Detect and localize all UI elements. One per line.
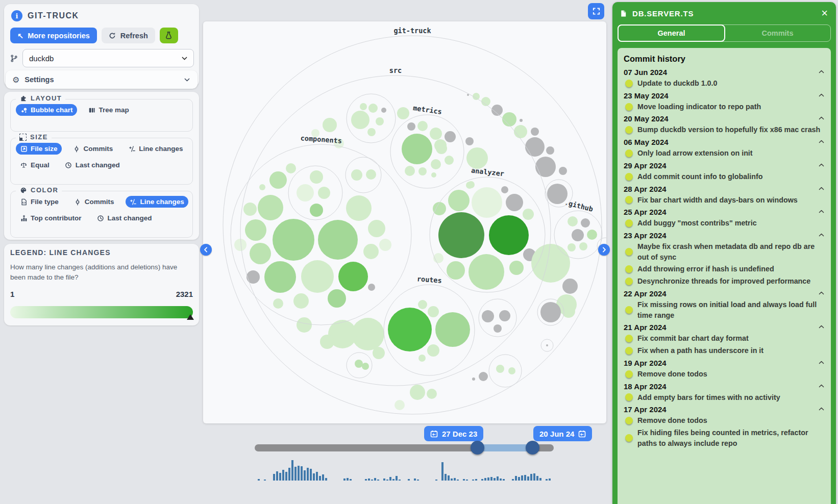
file-circle[interactable] [407, 122, 415, 131]
file-circle[interactable] [368, 284, 375, 291]
file-circle[interactable] [434, 139, 447, 152]
file-circle[interactable] [525, 137, 545, 157]
chevron-up-icon[interactable] [818, 161, 825, 170]
commit-date-row[interactable]: 17 Apr 2024 [624, 405, 825, 414]
chevron-up-icon[interactable] [818, 323, 825, 332]
option-last-changed[interactable]: Last changed [61, 159, 124, 171]
commit-date-row[interactable]: 19 Apr 2024 [624, 359, 825, 367]
file-circle[interactable] [418, 300, 427, 309]
file-circle[interactable] [514, 125, 527, 138]
option-tree-map[interactable]: Tree map [84, 104, 133, 116]
file-circle[interactable] [376, 117, 384, 125]
file-circle[interactable] [269, 171, 287, 189]
file-circle[interactable] [381, 108, 386, 113]
file-circle[interactable] [250, 243, 271, 264]
file-circle[interactable] [466, 182, 473, 189]
commit-date-row[interactable]: 06 May 2024 [624, 138, 825, 146]
option-file-size[interactable]: File size [16, 143, 62, 155]
file-circle[interactable] [245, 219, 266, 241]
file-circle[interactable] [499, 310, 510, 321]
chevron-up-icon[interactable] [818, 138, 825, 146]
file-circle[interactable] [417, 121, 428, 131]
file-circle[interactable] [346, 195, 372, 221]
file-circle[interactable] [472, 187, 502, 218]
file-circle[interactable] [402, 134, 432, 164]
file-circle[interactable] [467, 94, 469, 96]
file-circle[interactable] [351, 111, 369, 129]
file-circle[interactable] [405, 166, 415, 176]
file-circle[interactable] [395, 400, 405, 410]
file-circle[interactable] [520, 119, 523, 122]
collapse-sidebar-button[interactable] [200, 244, 212, 256]
file-circle[interactable] [247, 270, 260, 284]
experiment-flask-button[interactable] [160, 28, 178, 43]
file-circle[interactable] [559, 167, 567, 175]
file-circle[interactable] [572, 229, 584, 241]
file-circle[interactable] [310, 170, 323, 184]
collapse-panel-button[interactable] [598, 244, 610, 256]
file-circle[interactable] [293, 293, 309, 309]
file-circle[interactable] [535, 157, 556, 177]
commit-date-row[interactable]: 25 Apr 2024 [624, 208, 825, 216]
file-circle[interactable] [506, 194, 523, 211]
file-circle[interactable] [508, 367, 515, 374]
file-circle[interactable] [355, 360, 363, 368]
file-circle[interactable] [273, 298, 283, 309]
file-circle[interactable] [482, 310, 494, 322]
file-circle[interactable] [547, 184, 568, 204]
file-circle[interactable] [301, 260, 334, 293]
file-circle[interactable] [379, 239, 391, 251]
file-circle[interactable] [445, 156, 454, 165]
file-circle[interactable] [388, 308, 432, 351]
file-circle[interactable] [581, 218, 590, 228]
file-circle[interactable] [368, 104, 378, 113]
file-circle[interactable] [368, 220, 385, 237]
chevron-up-icon[interactable] [818, 405, 825, 414]
file-circle[interactable] [509, 261, 524, 275]
info-icon[interactable]: i [11, 10, 22, 21]
chevron-up-icon[interactable] [818, 231, 825, 240]
timeline-selected-range[interactable] [477, 444, 532, 451]
file-circle[interactable] [318, 187, 330, 199]
chevron-up-icon[interactable] [818, 185, 825, 193]
file-circle[interactable] [243, 203, 257, 216]
file-circle[interactable] [531, 244, 570, 283]
file-circle[interactable] [466, 147, 488, 169]
file-circle[interactable] [431, 159, 441, 169]
file-circle[interactable] [397, 107, 409, 119]
tab-general[interactable]: General [618, 24, 725, 42]
chevron-up-icon[interactable] [818, 382, 825, 391]
file-circle[interactable] [523, 209, 534, 220]
range-start-date[interactable]: 27 Dec 23 [424, 426, 483, 441]
file-circle[interactable] [258, 195, 283, 220]
commit-date-row[interactable]: 21 Apr 2024 [624, 323, 825, 332]
file-circle[interactable] [297, 317, 312, 333]
option-commits[interactable]: Commits [70, 196, 118, 208]
file-circle[interactable] [286, 163, 296, 173]
commit-date-row[interactable]: 18 Apr 2024 [624, 382, 825, 391]
file-circle[interactable] [546, 344, 548, 346]
file-circle[interactable] [320, 335, 334, 349]
file-circle[interactable] [367, 128, 376, 136]
tab-commits[interactable]: Commits [725, 25, 830, 41]
file-circle[interactable] [363, 244, 379, 259]
slider-handle-start[interactable] [471, 441, 484, 455]
file-circle[interactable] [362, 363, 369, 370]
file-circle[interactable] [427, 344, 439, 357]
file-circle[interactable] [494, 324, 502, 333]
chevron-up-icon[interactable] [818, 289, 825, 298]
file-circle[interactable] [373, 347, 385, 359]
file-circle[interactable] [338, 262, 368, 291]
file-circle[interactable] [568, 243, 576, 251]
range-end-date[interactable]: 20 Jun 24 [533, 426, 592, 441]
more-repositories-button[interactable]: ↖ More repositories [10, 28, 97, 43]
file-circle[interactable] [234, 239, 247, 251]
file-circle[interactable] [479, 372, 488, 381]
file-circle[interactable] [418, 355, 426, 362]
file-circle[interactable] [430, 128, 442, 140]
option-commits[interactable]: Commits [69, 143, 117, 155]
file-circle[interactable] [360, 103, 367, 110]
file-circle[interactable] [562, 279, 578, 294]
chevron-up-icon[interactable] [818, 91, 825, 100]
file-circle[interactable] [587, 230, 597, 240]
